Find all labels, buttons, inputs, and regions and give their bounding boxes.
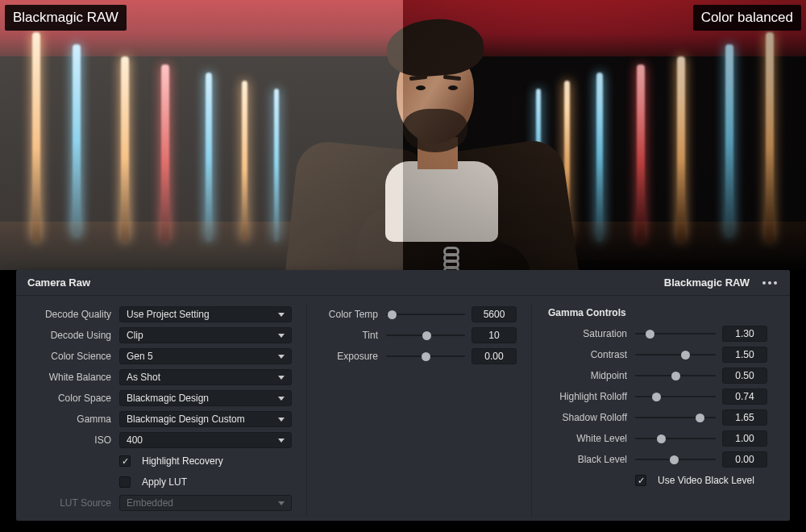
label-exposure: Exposure bbox=[322, 351, 386, 362]
label-contrast: Contrast bbox=[546, 349, 635, 360]
select-white-balance[interactable]: As Shot bbox=[119, 369, 292, 385]
chevron-down-icon bbox=[278, 313, 285, 317]
row-decode-quality: Decode Quality Use Project Setting bbox=[39, 305, 292, 323]
value-white-level[interactable]: 1.00 bbox=[722, 430, 767, 447]
label-decode-using: Decode Using bbox=[39, 330, 119, 341]
chevron-down-icon bbox=[278, 418, 285, 422]
label-black-level: Black Level bbox=[546, 454, 635, 465]
camera-raw-panel: Camera Raw Blackmagic RAW Decode Quality… bbox=[16, 270, 790, 521]
row-color-science: Color Science Gen 5 bbox=[39, 347, 292, 365]
preview-scene bbox=[0, 0, 806, 270]
row-white-level: White Level 1.00 bbox=[546, 430, 767, 447]
slider-highlight-rolloff[interactable] bbox=[635, 390, 716, 403]
row-exposure: Exposure 0.00 bbox=[322, 347, 517, 365]
badge-after: Color balanced bbox=[693, 5, 801, 31]
chevron-down-icon bbox=[278, 376, 285, 380]
value-contrast[interactable]: 1.50 bbox=[722, 347, 767, 363]
slider-midpoint[interactable] bbox=[635, 369, 716, 382]
badge-before: Blackmagic RAW bbox=[5, 5, 127, 31]
row-decode-using: Decode Using Clip bbox=[39, 326, 292, 344]
select-gamma[interactable]: Blackmagic Design Custom bbox=[119, 411, 292, 427]
value-highlight-rolloff[interactable]: 0.74 bbox=[722, 389, 767, 405]
value-saturation[interactable]: 1.30 bbox=[722, 326, 767, 342]
value-black-level[interactable]: 0.00 bbox=[722, 451, 767, 468]
label-iso: ISO bbox=[39, 434, 119, 446]
slider-saturation[interactable] bbox=[635, 327, 716, 340]
label-shadow-rolloff: Shadow Rolloff bbox=[546, 412, 635, 423]
select-color-space[interactable]: Blackmagic Design bbox=[119, 390, 292, 406]
slider-exposure[interactable] bbox=[386, 350, 465, 363]
checkbox-apply-lut[interactable] bbox=[119, 476, 131, 488]
slider-white-level[interactable] bbox=[635, 432, 716, 445]
row-black-level: Black Level 0.00 bbox=[546, 451, 767, 468]
row-tint: Tint 10 bbox=[322, 326, 517, 344]
row-white-balance: White Balance As Shot bbox=[39, 368, 292, 386]
label-apply-lut: Apply LUT bbox=[142, 476, 187, 488]
chevron-down-icon bbox=[278, 501, 285, 505]
label-gamma: Gamma bbox=[39, 414, 119, 425]
row-color-temp: Color Temp 5600 bbox=[322, 305, 517, 323]
row-use-video-black: Use Video Black Level bbox=[546, 472, 767, 489]
row-highlight-rolloff: Highlight Rolloff 0.74 bbox=[546, 388, 767, 405]
label-lut-source: LUT Source bbox=[39, 497, 119, 509]
gamma-column: Gamma Controls Saturation 1.30 Contrast … bbox=[532, 304, 782, 517]
label-midpoint: Midpoint bbox=[546, 370, 635, 381]
label-white-level: White Level bbox=[546, 433, 635, 444]
slider-tint[interactable] bbox=[386, 329, 465, 342]
panel-title: Camera Raw bbox=[27, 276, 90, 289]
row-highlight-recovery: Highlight Recovery bbox=[39, 452, 292, 470]
row-saturation: Saturation 1.30 bbox=[546, 325, 767, 343]
chevron-down-icon bbox=[278, 438, 285, 443]
row-gamma: Gamma Blackmagic Design Custom bbox=[39, 410, 292, 428]
preview-viewport: Blackmagic RAW Color balanced bbox=[0, 0, 806, 270]
select-iso[interactable]: 400 bbox=[119, 432, 292, 448]
decode-column: Decode Quality Use Project Setting Decod… bbox=[24, 304, 306, 517]
row-shadow-rolloff: Shadow Rolloff 1.65 bbox=[546, 409, 767, 426]
label-highlight-rolloff: Highlight Rolloff bbox=[546, 391, 635, 402]
select-color-science[interactable]: Gen 5 bbox=[119, 348, 292, 364]
select-decode-quality[interactable]: Use Project Setting bbox=[119, 306, 292, 322]
slider-color-temp[interactable] bbox=[386, 308, 465, 321]
label-color-science: Color Science bbox=[39, 351, 119, 362]
panel-body: Decode Quality Use Project Setting Decod… bbox=[16, 296, 790, 528]
row-iso: ISO 400 bbox=[39, 431, 292, 449]
panel-header: Camera Raw Blackmagic RAW bbox=[16, 270, 790, 296]
label-white-balance: White Balance bbox=[39, 372, 119, 383]
row-midpoint: Midpoint 0.50 bbox=[546, 367, 767, 384]
gamma-controls-title: Gamma Controls bbox=[548, 307, 767, 318]
slider-black-level[interactable] bbox=[635, 453, 716, 466]
slider-shadow-rolloff[interactable] bbox=[635, 411, 716, 424]
label-use-video-black-level: Use Video Black Level bbox=[658, 475, 754, 486]
wb-column: Color Temp 5600 Tint 10 Exposure 0.00 bbox=[306, 304, 532, 517]
chevron-down-icon bbox=[278, 355, 285, 359]
chevron-down-icon bbox=[278, 397, 285, 401]
slider-contrast[interactable] bbox=[635, 348, 716, 361]
select-lut-source: Embedded bbox=[119, 495, 292, 511]
label-decode-quality: Decode Quality bbox=[39, 309, 119, 320]
chevron-down-icon bbox=[278, 334, 285, 338]
value-midpoint[interactable]: 0.50 bbox=[722, 368, 767, 384]
row-lut-source: LUT Source Embedded bbox=[39, 494, 292, 512]
checkbox-highlight-recovery[interactable] bbox=[119, 455, 131, 467]
label-highlight-recovery: Highlight Recovery bbox=[142, 455, 223, 467]
checkbox-use-video-black-level[interactable] bbox=[635, 475, 646, 486]
row-apply-lut: Apply LUT bbox=[39, 473, 292, 491]
value-tint[interactable]: 10 bbox=[472, 327, 517, 343]
value-color-temp[interactable]: 5600 bbox=[472, 306, 517, 322]
panel-menu-button[interactable] bbox=[759, 278, 780, 288]
row-color-space: Color Space Blackmagic Design bbox=[39, 389, 292, 407]
select-decode-using[interactable]: Clip bbox=[119, 327, 292, 343]
label-color-temp: Color Temp bbox=[322, 309, 386, 320]
label-tint: Tint bbox=[322, 330, 386, 341]
label-color-space: Color Space bbox=[39, 393, 119, 404]
value-shadow-rolloff[interactable]: 1.65 bbox=[722, 409, 767, 426]
label-saturation: Saturation bbox=[546, 328, 635, 339]
panel-subtitle: Blackmagic RAW bbox=[664, 276, 750, 289]
value-exposure[interactable]: 0.00 bbox=[472, 348, 517, 364]
row-contrast: Contrast 1.50 bbox=[546, 346, 767, 364]
